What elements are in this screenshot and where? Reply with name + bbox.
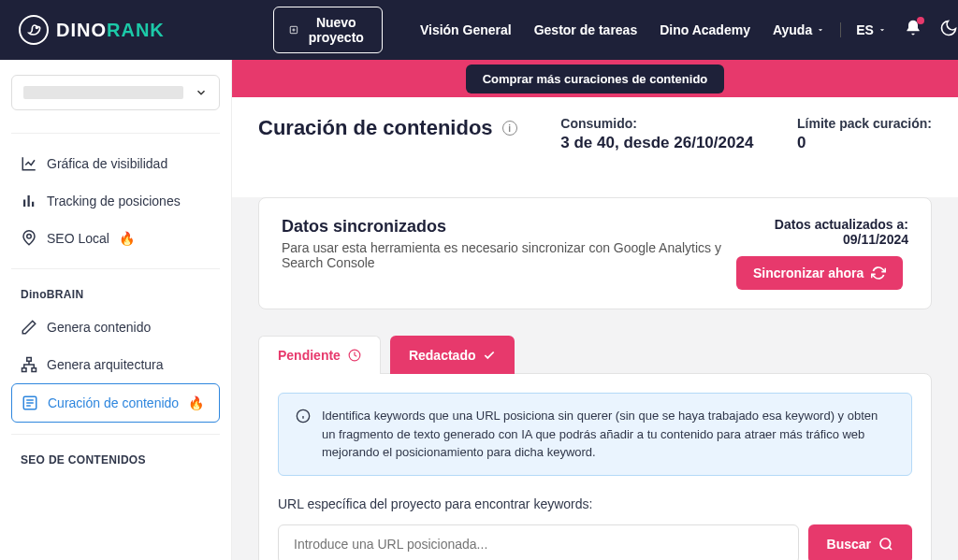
buy-curations-button[interactable]: Comprar más curaciones de contenido	[466, 65, 725, 93]
project-select[interactable]	[11, 75, 220, 110]
url-section: URL específica del proyecto para encontr…	[278, 496, 912, 561]
pen-icon	[21, 319, 37, 336]
chart-line-icon	[21, 155, 37, 172]
svg-rect-8	[22, 368, 27, 372]
stat-consumed: Consumido: 3 de 40, desde 26/10/2024	[560, 116, 753, 152]
moon-icon	[939, 19, 958, 37]
svg-rect-7	[27, 358, 32, 362]
fire-icon: 🔥	[119, 231, 135, 246]
sidebar-item-curacion[interactable]: Curación de contenido 🔥	[11, 383, 220, 423]
sidebar-item-genera-contenido[interactable]: Genera contenido	[11, 309, 220, 346]
page-header: Curación de contenidos i Consumido: 3 de…	[232, 97, 958, 171]
notif-dot-icon	[917, 17, 924, 24]
chevron-down-icon	[878, 25, 887, 35]
sidebar-item-genera-arquitectura[interactable]: Genera arquitectura	[11, 346, 220, 383]
svg-rect-5	[32, 202, 34, 207]
chevron-down-icon	[816, 25, 825, 35]
url-label: URL específica del proyecto para encontr…	[278, 496, 912, 511]
sync-title: Datos sincronizados	[282, 217, 736, 237]
nav-ayuda[interactable]: Ayuda	[773, 22, 825, 37]
sync-desc: Para usar esta herramienta es necesario …	[282, 240, 736, 270]
info-banner: Identifica keywords que una URL posicion…	[278, 393, 912, 476]
tab-redactado[interactable]: Redactado	[390, 336, 515, 374]
sidebar: Gráfica de visibilidad Tracking de posic…	[0, 60, 232, 560]
logo[interactable]: DINORANK	[19, 15, 165, 45]
chevron-down-icon	[195, 86, 208, 99]
fire-icon: 🔥	[188, 395, 204, 410]
content-area: Datos sincronizados Para usar esta herra…	[232, 197, 958, 560]
svg-point-13	[880, 538, 891, 549]
sync-card: Datos sincronizados Para usar esta herra…	[258, 197, 932, 309]
svg-point-0	[36, 27, 38, 29]
logo-icon	[19, 15, 49, 45]
tab-pendiente[interactable]: Pendiente	[258, 336, 381, 374]
nav-academy[interactable]: Dino Academy	[660, 22, 750, 37]
refresh-icon	[871, 266, 886, 280]
notifications-button[interactable]	[904, 19, 922, 41]
lang-select[interactable]: ES	[840, 22, 887, 37]
info-icon[interactable]: i	[502, 121, 517, 136]
svg-rect-3	[23, 200, 25, 208]
sitemap-icon	[21, 356, 37, 373]
nav-vision[interactable]: Visión General	[420, 22, 512, 37]
svg-rect-9	[32, 368, 36, 372]
list-check-icon	[22, 395, 38, 411]
search-icon	[878, 537, 893, 552]
map-pin-icon	[21, 230, 37, 247]
promo-banner: Comprar más curaciones de contenido	[232, 60, 958, 97]
sidebar-item-tracking[interactable]: Tracking de posiciones	[11, 182, 220, 220]
section-seo-contenidos: SEO DE CONTENIDOS	[21, 453, 220, 467]
search-button[interactable]: Buscar	[808, 524, 912, 561]
bar-chart-icon	[21, 193, 37, 209]
url-input[interactable]	[278, 524, 799, 561]
plus-box-icon	[289, 22, 298, 37]
sidebar-item-seo-local[interactable]: SEO Local 🔥	[11, 220, 220, 257]
topbar-right: ES	[840, 13, 958, 47]
stat-limit: Límite pack curación: 0	[797, 116, 932, 152]
topbar: DINORANK Nuevo proyecto Visión General G…	[0, 0, 958, 60]
new-project-button[interactable]: Nuevo proyecto	[273, 7, 383, 53]
svg-point-6	[27, 235, 32, 239]
logo-text: DINORANK	[56, 20, 165, 41]
project-placeholder	[23, 86, 183, 99]
nav-links: Visión General Gestor de tareas Dino Aca…	[420, 22, 825, 37]
sync-now-button[interactable]: Sincronizar ahora	[736, 256, 903, 290]
nav-gestor[interactable]: Gestor de tareas	[534, 22, 638, 37]
info-circle-icon	[296, 409, 311, 424]
section-dinobrain: DinoBRAIN	[21, 288, 220, 301]
tab-content: Identifica keywords que una URL posicion…	[258, 373, 932, 560]
page-title: Curación de contenidos i	[258, 116, 517, 140]
main: Comprar más curaciones de contenido Cura…	[232, 60, 958, 560]
svg-rect-4	[28, 195, 30, 207]
clock-icon	[348, 349, 361, 362]
tabs: Pendiente Redactado	[258, 336, 932, 374]
sidebar-item-grafica[interactable]: Gráfica de visibilidad	[11, 145, 220, 182]
check-icon	[483, 349, 496, 362]
sync-date: Datos actualizados a: 09/11/2024	[736, 217, 908, 247]
theme-toggle[interactable]	[939, 19, 958, 41]
